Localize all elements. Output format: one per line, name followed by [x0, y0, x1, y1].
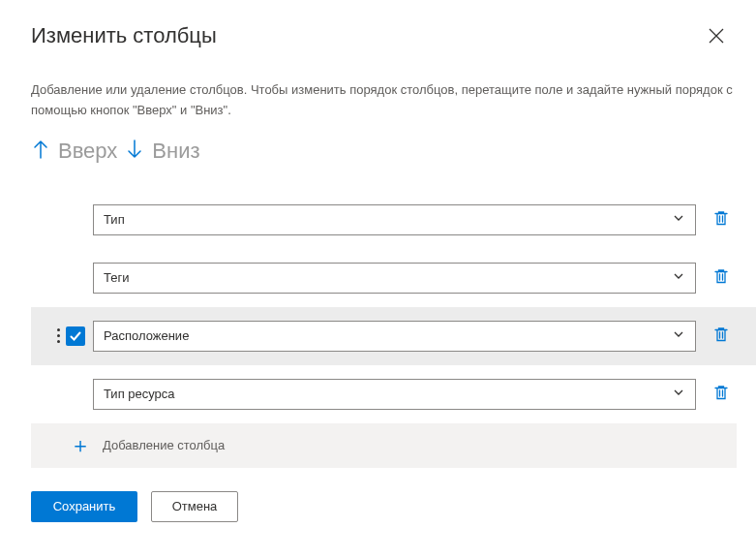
- column-select-value: Тип ресурса: [104, 387, 175, 401]
- plus-icon: ＋: [70, 435, 91, 456]
- delete-column-button[interactable]: [706, 267, 737, 288]
- move-up-button[interactable]: [31, 139, 50, 163]
- column-select[interactable]: Теги: [93, 263, 696, 294]
- add-column-button[interactable]: ＋ Добавление столбца: [31, 423, 737, 468]
- row-checkbox[interactable]: [66, 326, 85, 346]
- column-list: ТипТегиРасположениеТип ресурса: [31, 191, 756, 423]
- arrow-down-icon: [125, 139, 144, 160]
- description-text: Добавление или удаление столбцов. Чтобы …: [31, 80, 756, 121]
- close-icon: [708, 27, 725, 45]
- move-down-label: Вниз: [152, 139, 199, 164]
- column-row: Тип ресурса: [31, 365, 756, 423]
- page-title: Изменить столбцы: [31, 23, 217, 48]
- move-up-down-controls: Вверх Вниз: [31, 139, 756, 164]
- column-row: Тип: [31, 191, 756, 249]
- delete-column-button[interactable]: [706, 209, 737, 230]
- cancel-button[interactable]: Отмена: [151, 491, 238, 522]
- close-button[interactable]: [704, 23, 729, 51]
- delete-column-button[interactable]: [706, 384, 737, 404]
- trash-icon: [712, 267, 730, 288]
- trash-icon: [712, 326, 730, 346]
- column-row: Теги: [31, 249, 756, 307]
- column-select[interactable]: Тип ресурса: [93, 379, 696, 410]
- column-select[interactable]: Тип: [93, 204, 696, 235]
- column-row: Расположение: [31, 307, 756, 365]
- add-column-label: Добавление столбца: [103, 438, 225, 452]
- chevron-down-icon: [672, 211, 685, 228]
- trash-icon: [712, 384, 730, 404]
- chevron-down-icon: [672, 386, 685, 402]
- column-select-value: Расположение: [104, 328, 189, 343]
- move-up-label: Вверх: [58, 139, 117, 164]
- column-select-value: Теги: [104, 270, 129, 285]
- row-leading: [31, 326, 93, 346]
- column-select[interactable]: Расположение: [93, 321, 696, 352]
- delete-column-button[interactable]: [706, 326, 737, 346]
- drag-handle-icon[interactable]: [57, 328, 60, 343]
- move-down-button[interactable]: [125, 139, 144, 163]
- save-button[interactable]: Сохранить: [31, 491, 137, 522]
- chevron-down-icon: [672, 327, 685, 344]
- arrow-up-icon: [31, 139, 50, 160]
- chevron-down-icon: [672, 269, 685, 286]
- column-select-value: Тип: [104, 212, 125, 227]
- trash-icon: [712, 209, 730, 230]
